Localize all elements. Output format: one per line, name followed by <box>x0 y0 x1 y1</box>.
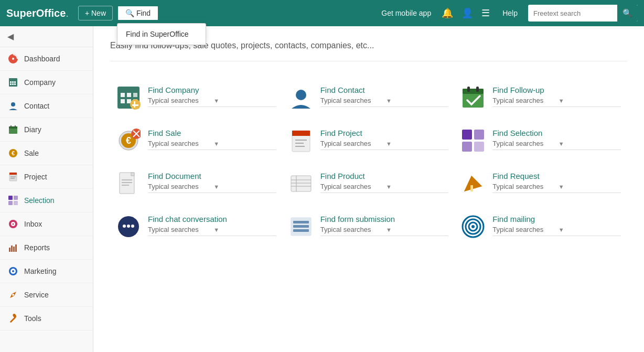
find-sale-link[interactable]: Find Sale <box>148 129 276 137</box>
find-item-product: Find Product Typical searches ▼ <box>283 162 455 205</box>
diary-icon <box>7 124 19 135</box>
chevron-down-icon: ▼ <box>386 184 448 190</box>
find-form-link[interactable]: Find form submission <box>320 215 449 223</box>
sidebar-item-marketing-label: Marketing <box>24 267 56 275</box>
find-project-content: Find Project Typical searches ▼ <box>320 129 449 150</box>
freetext-search-button[interactable]: 🔍 <box>617 5 638 22</box>
sidebar-item-service-label: Service <box>24 291 49 299</box>
find-document-content: Find Document Typical searches ▼ <box>148 172 276 193</box>
user-icon[interactable]: 👤 <box>461 7 473 19</box>
svg-point-34 <box>12 294 14 296</box>
sidebar-item-inbox-label: Inbox <box>24 220 42 228</box>
nav-icons: 🔔 👤 ☰ <box>442 7 490 19</box>
sidebar-collapse-button[interactable]: ◀ <box>0 26 93 47</box>
find-button[interactable]: 🔍 Find <box>117 5 159 21</box>
sidebar-item-contact[interactable]: Contact <box>0 94 93 118</box>
find-sale-content: Find Sale Typical searches ▼ <box>148 129 276 150</box>
find-mailing-content: Find mailing Typical searches ▼ <box>492 215 621 236</box>
find-project-link[interactable]: Find Project <box>320 129 449 137</box>
find-followup-searches[interactable]: Typical searches ▼ <box>492 97 621 107</box>
menu-icon[interactable]: ☰ <box>481 7 490 19</box>
svg-point-9 <box>11 102 15 106</box>
find-chat-searches[interactable]: Typical searches ▼ <box>148 226 276 236</box>
svg-rect-64 <box>474 142 484 152</box>
find-contact-link[interactable]: Find Contact <box>320 86 449 94</box>
chevron-down-icon: ▼ <box>559 141 621 147</box>
find-followup-icon <box>461 86 485 110</box>
bell-icon[interactable]: 🔔 <box>442 7 453 19</box>
chevron-down-icon: ▼ <box>386 98 448 104</box>
find-chat-icon <box>116 215 141 239</box>
sidebar-item-marketing[interactable]: Marketing <box>0 260 93 283</box>
find-contact-icon <box>289 86 313 110</box>
find-chat-link[interactable]: Find chat conversation <box>148 215 276 223</box>
svg-point-1 <box>12 58 14 60</box>
main-content: Easily find follow-ups, sale quotes, pro… <box>93 26 644 352</box>
find-form-searches[interactable]: Typical searches ▼ <box>320 226 449 236</box>
find-selection-link[interactable]: Find Selection <box>492 129 621 137</box>
freetext-search-input[interactable] <box>528 7 617 19</box>
selection-icon <box>7 195 19 206</box>
sidebar-item-project[interactable]: Project <box>0 165 93 189</box>
svg-rect-4 <box>12 81 14 83</box>
sidebar-item-project-label: Project <box>24 173 47 181</box>
find-item-project: Find Project Typical searches ▼ <box>283 119 455 162</box>
svg-rect-61 <box>462 130 472 140</box>
find-product-content: Find Product Typical searches ▼ <box>320 172 449 193</box>
sidebar-item-selection[interactable]: Selection <box>0 189 93 212</box>
find-request-searches[interactable]: Typical searches ▼ <box>492 183 621 193</box>
sidebar: ◀ Dashboard Company Contact <box>0 26 93 352</box>
sidebar-item-company[interactable]: Company <box>0 71 93 94</box>
get-mobile-link[interactable]: Get mobile app <box>381 9 431 17</box>
find-item-followup: Find Follow-up Typical searches ▼ <box>455 76 627 119</box>
find-sale-searches[interactable]: Typical searches ▼ <box>148 140 276 150</box>
sidebar-item-dashboard[interactable]: Dashboard <box>0 47 93 71</box>
svg-rect-6 <box>10 83 12 85</box>
new-button[interactable]: + New <box>78 6 113 20</box>
find-request-icon <box>461 172 485 196</box>
collapse-icon: ◀ <box>7 32 14 41</box>
find-followup-link[interactable]: Find Follow-up <box>492 86 621 94</box>
svg-rect-29 <box>13 247 15 252</box>
project-icon <box>7 171 19 183</box>
sidebar-item-sale[interactable]: € Sale <box>0 142 93 165</box>
find-company-link[interactable]: Find Company <box>148 86 276 94</box>
find-selection-content: Find Selection Typical searches ▼ <box>492 129 621 150</box>
svg-point-81 <box>131 225 134 228</box>
sidebar-item-reports-label: Reports <box>24 243 50 252</box>
find-item-selection: Find Selection Typical searches ▼ <box>455 119 627 162</box>
find-mailing-link[interactable]: Find mailing <box>492 215 621 223</box>
sidebar-item-dashboard-label: Dashboard <box>24 55 60 63</box>
svg-rect-62 <box>474 130 484 140</box>
sidebar-item-reports[interactable]: Reports <box>0 236 93 260</box>
find-mailing-searches[interactable]: Typical searches ▼ <box>492 226 621 236</box>
chevron-down-icon: ▼ <box>386 141 448 147</box>
find-document-icon <box>116 172 141 196</box>
find-product-link[interactable]: Find Product <box>320 172 449 180</box>
find-chat-content: Find chat conversation Typical searches … <box>148 215 276 236</box>
find-selection-searches[interactable]: Typical searches ▼ <box>492 140 621 150</box>
svg-rect-44 <box>132 104 138 106</box>
find-item-chat: Find chat conversation Typical searches … <box>110 205 283 248</box>
find-document-link[interactable]: Find Document <box>148 172 276 180</box>
find-item-form: Find form submission Typical searches ▼ <box>283 205 455 248</box>
help-button[interactable]: Help <box>502 9 518 17</box>
find-company-searches[interactable]: Typical searches ▼ <box>148 97 276 107</box>
find-request-link[interactable]: Find Request <box>492 172 621 180</box>
find-project-searches[interactable]: Typical searches ▼ <box>320 140 449 150</box>
sidebar-item-inbox[interactable]: Inbox <box>0 212 93 236</box>
svg-rect-5 <box>14 81 16 83</box>
sidebar-item-service[interactable]: Service <box>0 283 93 307</box>
svg-point-89 <box>471 225 475 228</box>
chevron-down-icon: ▼ <box>213 98 276 104</box>
svg-point-45 <box>296 90 306 100</box>
find-document-searches[interactable]: Typical searches ▼ <box>148 183 276 193</box>
find-in-superoffice-item[interactable]: Find in SuperOffice <box>117 26 206 42</box>
sidebar-item-tools[interactable]: Tools <box>0 307 93 330</box>
find-product-searches[interactable]: Typical searches ▼ <box>320 183 449 193</box>
find-contact-searches[interactable]: Typical searches ▼ <box>320 97 449 107</box>
freetext-search-box: 🔍 <box>528 5 638 22</box>
svg-point-80 <box>127 225 130 228</box>
svg-rect-27 <box>9 248 10 252</box>
sidebar-item-diary[interactable]: Diary <box>0 118 93 142</box>
